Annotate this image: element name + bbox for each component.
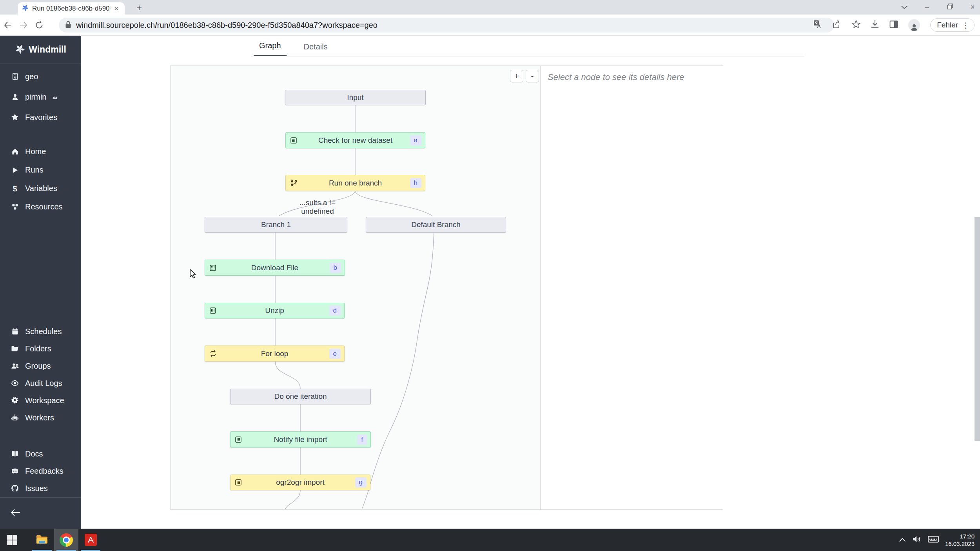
close-icon[interactable]: × (968, 3, 977, 11)
chrome-taskbar-button[interactable] (54, 529, 78, 551)
profile-avatar[interactable] (908, 19, 920, 31)
zoom-out-button[interactable]: - (526, 70, 539, 82)
feedbacks-label: Feedbacks (25, 467, 64, 476)
sidebar-item-resources[interactable]: Resources (0, 198, 81, 216)
speaker-icon[interactable] (912, 535, 922, 545)
back-icon[interactable] (0, 21, 16, 29)
details-placeholder: Select a node to see its details here (548, 72, 716, 82)
favorites-label: Favorites (25, 113, 57, 122)
share-icon[interactable] (832, 20, 842, 30)
url-text: windmill.sourcepole.ch/run/0186eb38-c86b… (76, 21, 377, 30)
node-label: Input (347, 93, 363, 102)
sidebar-item-folders[interactable]: Folders (0, 340, 81, 357)
sidebar-item-workspace-settings[interactable]: Workspace (0, 392, 81, 409)
acrobat-taskbar-button[interactable] (78, 529, 103, 551)
tab-close-icon[interactable]: × (114, 5, 118, 12)
node-label: ogr2ogr import (276, 478, 325, 487)
node-badge: g (355, 477, 367, 487)
flow-node-do-one-iteration[interactable]: Do one iteration (230, 389, 371, 404)
home-label: Home (25, 147, 46, 156)
sidebar-item-audit-logs[interactable]: Audit Logs (0, 375, 81, 392)
browser-tabstrip: Run 0186eb38-c86b-d590-290e- × + – × (0, 0, 980, 15)
restore-icon[interactable] (946, 3, 954, 11)
sidebar-item-home[interactable]: Home (0, 142, 81, 161)
flow-node-branch-1[interactable]: Branch 1 (205, 217, 347, 233)
sidebar-item-docs[interactable]: Docs (0, 445, 81, 462)
user-icon (11, 93, 19, 101)
flow-node-default-branch[interactable]: Default Branch (366, 217, 506, 233)
browser-tab[interactable]: Run 0186eb38-c86b-d590-290e- × (18, 2, 125, 15)
reload-icon[interactable] (31, 21, 47, 29)
crown-icon (52, 93, 58, 102)
zoom-in-button[interactable]: + (510, 70, 523, 82)
file-explorer-button[interactable] (30, 529, 54, 551)
flow-node-unzip[interactable]: Unzip d (205, 303, 345, 318)
bookmark-star-icon[interactable] (852, 20, 860, 30)
sidebar-logo[interactable]: Windmill (0, 36, 81, 64)
flow-node-run-one-branch[interactable]: Run one branch h (285, 175, 425, 191)
minimize-icon[interactable]: – (923, 3, 931, 11)
forward-icon[interactable] (16, 21, 31, 29)
flow-node-check-for-new-dataset[interactable]: Check for new dataset a (285, 132, 425, 148)
sidebar-item-schedules[interactable]: Schedules (0, 323, 81, 340)
acrobat-icon (85, 534, 97, 546)
keyboard-icon[interactable] (928, 535, 939, 545)
resources-label: Resources (25, 202, 63, 211)
window-grid-icon (235, 436, 242, 443)
sidebar-item-variables[interactable]: $ Variables (0, 179, 81, 198)
sidebar-item-groups[interactable]: Groups (0, 357, 81, 375)
audit-logs-label: Audit Logs (25, 379, 62, 388)
url-bar[interactable]: windmill.sourcepole.ch/run/0186eb38-c86b… (59, 18, 834, 33)
more-vert-icon: ⋮ (962, 21, 969, 30)
flow-node-download-file[interactable]: Download File b (205, 260, 345, 276)
node-label: Run one branch (329, 179, 382, 187)
folders-label: Folders (25, 344, 51, 353)
flow-node-notify-file-import[interactable]: Notify file import f (230, 431, 371, 447)
flow-node-input[interactable]: Input (285, 90, 426, 105)
windmill-favicon-icon (22, 4, 29, 13)
sidebar-item-favorites[interactable]: Favorites (0, 107, 81, 127)
collapse-sidebar-arrow-icon[interactable] (11, 509, 21, 518)
tab-search-chevron-icon[interactable] (900, 3, 909, 11)
node-label: Unzip (265, 306, 284, 315)
github-icon (11, 484, 19, 492)
node-label: For loop (261, 349, 289, 358)
tab-details[interactable]: Details (298, 42, 333, 56)
sidebar-item-issues[interactable]: Issues (0, 480, 81, 497)
node-label: Download File (251, 264, 298, 272)
flow-graph-canvas[interactable]: Input Check for new dataset a Run one br… (170, 65, 541, 510)
taskbar: 17:20 16.03.2023 (0, 529, 980, 551)
side-panel-icon[interactable] (889, 20, 898, 30)
start-button[interactable] (0, 529, 24, 551)
tray-chevron-up-icon[interactable] (899, 536, 906, 544)
vertical-scrollbar[interactable] (975, 217, 980, 441)
discord-icon (11, 468, 19, 474)
tab-graph[interactable]: Graph (254, 41, 287, 56)
translate-icon[interactable] (813, 20, 822, 30)
sidebar-item-workers[interactable]: Workers (0, 409, 81, 426)
flow-node-ogr2ogr-import[interactable]: ogr2ogr import g (230, 475, 370, 490)
taskbar-clock[interactable]: 17:20 16.03.2023 (945, 533, 977, 547)
new-tab-button[interactable]: + (133, 2, 145, 14)
sidebar-item-runs[interactable]: Runs (0, 161, 81, 179)
sidebar-item-feedbacks[interactable]: Feedbacks (0, 462, 81, 480)
node-badge: h (410, 178, 421, 188)
node-badge: b (330, 263, 341, 273)
download-icon[interactable] (871, 20, 879, 30)
runs-label: Runs (25, 165, 44, 175)
sidebar-item-user[interactable]: pirmin (0, 87, 81, 107)
windmill-logo-icon (15, 44, 25, 56)
node-badge: a (410, 135, 421, 145)
node-label: Do one iteration (274, 392, 327, 401)
browser-error-button[interactable]: Fehler ⋮ (930, 18, 975, 32)
sidebar-item-workspace-geo[interactable]: geo (0, 66, 81, 87)
robot-icon (11, 414, 19, 422)
flow-node-for-loop[interactable]: For loop e (205, 346, 345, 362)
window-grid-icon (235, 479, 242, 486)
folder-icon (11, 345, 19, 352)
tab-title: Run 0186eb38-c86b-d590-290e- (32, 5, 111, 13)
node-label: Check for new dataset (318, 136, 392, 145)
node-label: Default Branch (411, 220, 461, 229)
calendar-icon (11, 328, 19, 335)
book-icon (11, 450, 19, 457)
